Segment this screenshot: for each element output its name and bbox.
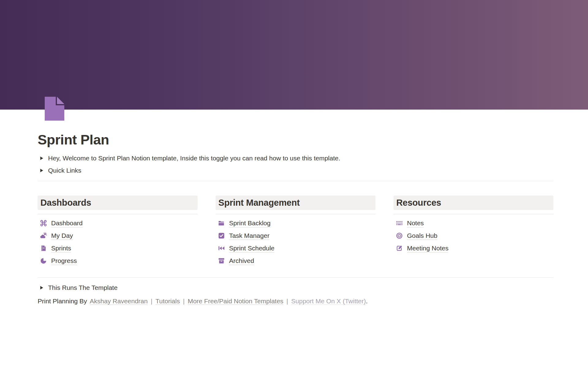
column-items: Sprint Backlog Task Manager: [216, 218, 375, 266]
page-link-label: Sprints: [51, 244, 71, 253]
divider: [38, 181, 553, 181]
page-link-label: Meeting Notes: [407, 244, 448, 253]
page-link-sprints[interactable]: Sprints: [38, 243, 198, 253]
target-icon: [396, 232, 403, 239]
column-divider: [216, 214, 375, 214]
command-icon: [40, 219, 47, 227]
page-link-progress[interactable]: Progress: [38, 256, 198, 266]
column-header-label: Dashboards: [40, 198, 91, 208]
checkbox-icon: [218, 232, 225, 239]
notion-page: Sprint Plan Hey, Welcome to Sprint Plan …: [0, 0, 588, 367]
footer-prefix: Print Planning By: [38, 298, 87, 305]
page-link-task-manager[interactable]: Task Manager: [216, 231, 375, 241]
page-link-meeting-notes[interactable]: Meeting Notes: [394, 243, 553, 253]
page-link-label: Notes: [407, 219, 424, 227]
divider: [38, 277, 553, 278]
footer-separator: |: [286, 298, 288, 305]
page-link-sprint-backlog[interactable]: Sprint Backlog: [216, 218, 375, 228]
column-resources: Resources Notes: [394, 196, 553, 268]
compose-icon: [396, 245, 403, 252]
pie-chart-icon: [40, 257, 47, 264]
footer-separator: |: [183, 298, 184, 305]
column-header-sprint-management: Sprint Management: [216, 196, 375, 210]
footer-link-more-templates[interactable]: More Free/Paid Notion Templates: [188, 298, 283, 305]
document-icon: [45, 97, 64, 121]
rewind-icon: [218, 245, 225, 252]
toggle-triangle-icon[interactable]: [38, 155, 46, 162]
page-link-label: My Day: [51, 231, 73, 240]
keyboard-icon: [396, 219, 403, 227]
column-sprint-management: Sprint Management Sprint Backlog: [216, 196, 375, 268]
page-link-label: Dashboard: [51, 219, 83, 227]
footer-link-twitter[interactable]: Support Me On X (Twitter): [291, 298, 366, 305]
page-link-label: Sprint Schedule: [229, 244, 274, 253]
journal-icon: [40, 245, 47, 252]
archive-icon: [218, 257, 225, 264]
footer-separator: |: [151, 298, 152, 305]
toggle-welcome[interactable]: Hey, Welcome to Sprint Plan Notion templ…: [38, 153, 553, 163]
page-link-label: Task Manager: [229, 231, 270, 240]
page-link-dashboard[interactable]: Dashboard: [38, 218, 198, 228]
toggle-quick-links-label: Quick Links: [48, 165, 81, 176]
column-header-resources: Resources: [394, 196, 553, 210]
column-header-dashboards: Dashboards: [38, 196, 198, 210]
page-link-label: Goals Hub: [407, 231, 437, 240]
page-content: Sprint Plan Hey, Welcome to Sprint Plan …: [38, 131, 553, 306]
page-link-label: Sprint Backlog: [229, 219, 270, 227]
footer-suffix: .: [366, 298, 368, 305]
column-items: Dashboard: [38, 218, 198, 266]
link-columns: Dashboards Dashboard: [38, 196, 553, 268]
toggle-triangle-icon[interactable]: [38, 284, 46, 291]
toggle-this-runs-label: This Runs The Template: [48, 283, 118, 293]
toggle-triangle-icon[interactable]: [38, 167, 46, 174]
page-link-goals-hub[interactable]: Goals Hub: [394, 231, 553, 241]
column-header-label: Resources: [396, 198, 441, 208]
column-items: Notes Goals Hub: [394, 218, 553, 253]
page-link-my-day[interactable]: My Day: [38, 231, 198, 241]
toggle-this-runs-the-template[interactable]: This Runs The Template: [38, 283, 553, 293]
footer-credits: Print Planning ByAkshay Raveendran|Tutor…: [38, 296, 553, 306]
page-cover: [0, 0, 588, 110]
column-header-label: Sprint Management: [218, 198, 300, 208]
page-link-sprint-schedule[interactable]: Sprint Schedule: [216, 243, 375, 253]
sun-cloud-icon: [40, 232, 47, 239]
footer-link-author[interactable]: Akshay Raveendran: [90, 298, 148, 305]
column-divider: [38, 214, 198, 214]
folder-icon: [218, 219, 225, 227]
page-title: Sprint Plan: [38, 131, 553, 149]
toggle-quick-links[interactable]: Quick Links: [38, 165, 553, 176]
page-link-label: Progress: [51, 257, 77, 265]
toggle-welcome-label: Hey, Welcome to Sprint Plan Notion templ…: [48, 153, 340, 163]
page-link-notes[interactable]: Notes: [394, 218, 553, 228]
column-divider: [394, 214, 553, 214]
footer-link-tutorials[interactable]: Tutorials: [156, 298, 180, 305]
page-link-label: Archived: [229, 257, 254, 265]
column-dashboards: Dashboards Dashboard: [38, 196, 198, 268]
page-link-archived[interactable]: Archived: [216, 256, 375, 266]
page-icon[interactable]: [45, 97, 64, 121]
